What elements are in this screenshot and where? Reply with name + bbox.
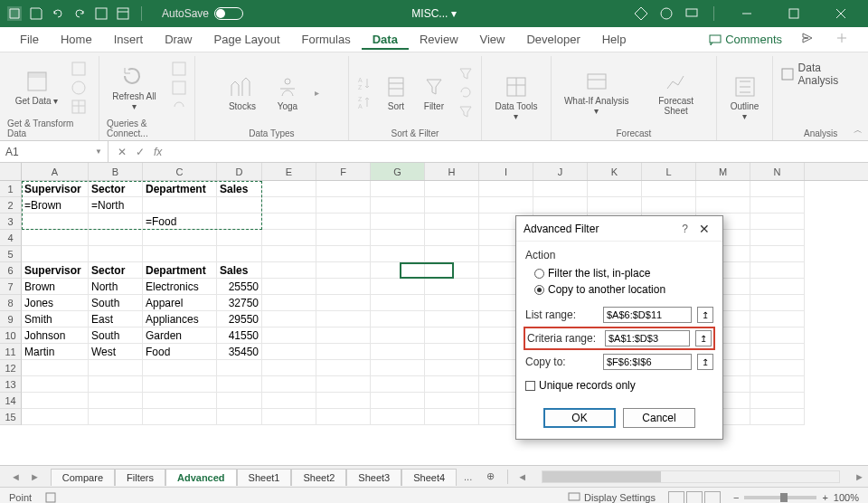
- row-header[interactable]: 3: [0, 214, 22, 230]
- cell[interactable]: West: [89, 344, 143, 360]
- toggle-off-icon[interactable]: [214, 7, 243, 20]
- cell[interactable]: [316, 279, 371, 295]
- undo-icon[interactable]: [51, 6, 65, 21]
- cell[interactable]: [425, 262, 479, 279]
- cell[interactable]: [588, 197, 642, 214]
- cell[interactable]: [425, 360, 479, 376]
- cell[interactable]: [22, 230, 89, 246]
- row-header[interactable]: 1: [0, 181, 22, 197]
- cell[interactable]: [479, 181, 533, 197]
- cell[interactable]: 35450: [217, 344, 262, 360]
- cell[interactable]: =North: [89, 197, 143, 214]
- copy-to-collapse-icon[interactable]: ↥: [697, 354, 713, 370]
- sort-az-icon[interactable]: AZ: [356, 75, 373, 91]
- cell[interactable]: [371, 181, 425, 197]
- cell[interactable]: [425, 246, 479, 262]
- column-header-L[interactable]: L: [642, 163, 696, 180]
- window-title[interactable]: MISC... ▾: [411, 7, 456, 20]
- cell[interactable]: [89, 376, 143, 393]
- row-header[interactable]: 7: [0, 279, 22, 295]
- cell[interactable]: [425, 409, 479, 425]
- cell[interactable]: [750, 295, 805, 311]
- cell[interactable]: Sector: [89, 262, 143, 279]
- cancel-button[interactable]: Cancel: [623, 408, 695, 428]
- column-header-C[interactable]: C: [143, 163, 217, 180]
- present-icon[interactable]: [684, 6, 699, 21]
- cell[interactable]: [316, 295, 371, 311]
- cell[interactable]: Appliances: [143, 311, 217, 327]
- cell[interactable]: [217, 214, 262, 230]
- cell[interactable]: [316, 327, 371, 344]
- cell[interactable]: 32750: [217, 295, 262, 311]
- cell[interactable]: Garden: [143, 327, 217, 344]
- column-header-H[interactable]: H: [425, 163, 479, 180]
- radio-copy-location[interactable]: Copy to another location: [525, 281, 713, 298]
- hscroll-left[interactable]: ◄: [514, 471, 531, 482]
- queries-icon[interactable]: [171, 61, 187, 77]
- row-header[interactable]: 4: [0, 230, 22, 246]
- column-header-J[interactable]: J: [533, 163, 588, 180]
- cell[interactable]: [316, 230, 371, 246]
- cell[interactable]: [696, 181, 750, 197]
- cell[interactable]: [262, 214, 316, 230]
- tab-nav-prev[interactable]: ◄: [7, 471, 24, 482]
- cell[interactable]: [262, 246, 316, 262]
- cell[interactable]: South: [89, 295, 143, 311]
- cell[interactable]: [316, 181, 371, 197]
- column-header-N[interactable]: N: [750, 163, 805, 180]
- cell[interactable]: [143, 376, 217, 393]
- cell[interactable]: [371, 246, 425, 262]
- autosave-toggle[interactable]: AutoSave: [162, 7, 243, 20]
- cell[interactable]: [371, 344, 425, 360]
- properties-icon[interactable]: [171, 80, 187, 96]
- cell[interactable]: [262, 197, 316, 214]
- cell[interactable]: Electronics: [143, 279, 217, 295]
- cell[interactable]: Smith: [22, 311, 89, 327]
- row-header[interactable]: 11: [0, 344, 22, 360]
- sheet-tab-compare[interactable]: Compare: [51, 469, 115, 486]
- cell[interactable]: [89, 360, 143, 376]
- cell[interactable]: [217, 230, 262, 246]
- macro-record-icon[interactable]: [44, 491, 57, 504]
- cell[interactable]: Sales: [217, 262, 262, 279]
- sheet-tab-filters[interactable]: Filters: [115, 469, 165, 486]
- share-button[interactable]: [790, 28, 825, 51]
- fx-icon[interactable]: fx: [154, 146, 162, 158]
- from-web-icon[interactable]: [71, 80, 87, 96]
- cell[interactable]: [262, 279, 316, 295]
- diamond-icon[interactable]: [634, 6, 648, 21]
- column-header-K[interactable]: K: [588, 163, 642, 180]
- column-header-I[interactable]: I: [479, 163, 533, 180]
- cell[interactable]: [425, 311, 479, 327]
- cell[interactable]: Johnson: [22, 327, 89, 344]
- row-header[interactable]: 12: [0, 360, 22, 376]
- cell[interactable]: 25550: [217, 279, 262, 295]
- cell[interactable]: [22, 376, 89, 393]
- menu-file[interactable]: File: [9, 29, 50, 50]
- menu-home[interactable]: Home: [50, 29, 103, 50]
- cell[interactable]: [262, 409, 316, 425]
- menu-developer[interactable]: Developer: [515, 29, 590, 50]
- cell[interactable]: [533, 181, 588, 197]
- cell[interactable]: Department: [143, 262, 217, 279]
- comments-button[interactable]: Comments: [701, 28, 790, 51]
- menu-view[interactable]: View: [469, 29, 516, 50]
- sheet-tab-sheet1[interactable]: Sheet1: [237, 469, 292, 486]
- cell[interactable]: [696, 197, 750, 214]
- cell[interactable]: [89, 246, 143, 262]
- row-header[interactable]: 14: [0, 393, 22, 409]
- cell[interactable]: [750, 327, 805, 344]
- sheet-tab-sheet2[interactable]: Sheet2: [291, 469, 346, 486]
- cell[interactable]: Food: [143, 344, 217, 360]
- cell[interactable]: [262, 311, 316, 327]
- cell[interactable]: [371, 409, 425, 425]
- criteria-range-collapse-icon[interactable]: ↥: [695, 330, 712, 346]
- cell[interactable]: Department: [143, 181, 217, 197]
- cell[interactable]: [750, 279, 805, 295]
- cell[interactable]: [750, 393, 805, 409]
- column-header-B[interactable]: B: [89, 163, 143, 180]
- reapply-icon[interactable]: [458, 84, 474, 100]
- row-header[interactable]: 5: [0, 246, 22, 262]
- cell[interactable]: [89, 409, 143, 425]
- cell[interactable]: Sales: [217, 181, 262, 197]
